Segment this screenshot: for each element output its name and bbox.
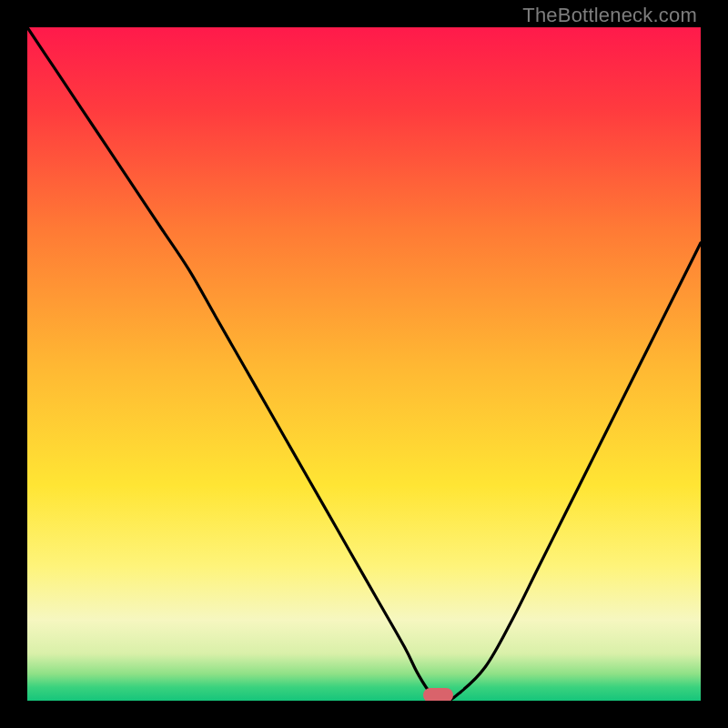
plot-area [27,27,701,701]
bottleneck-curve [27,27,701,701]
optimum-marker [423,688,453,701]
chart-frame: TheBottleneck.com [0,0,728,728]
watermark-text: TheBottleneck.com [522,4,697,27]
